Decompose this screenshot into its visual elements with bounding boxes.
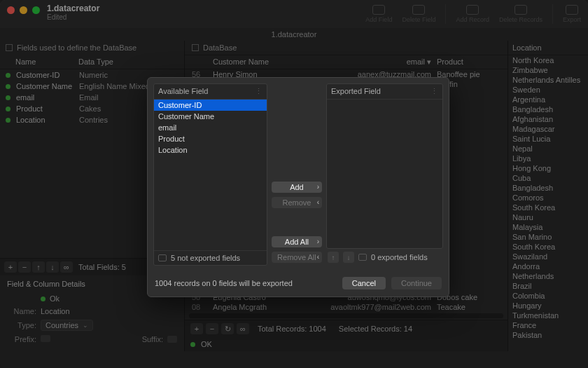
chevron-right-icon: › <box>317 183 319 191</box>
chevron-left-icon: ‹ <box>317 198 319 206</box>
available-field-item[interactable]: email <box>154 122 267 133</box>
available-heading: Available Field <box>158 87 208 96</box>
add-all-button[interactable]: Add All› <box>272 236 322 247</box>
move-up-button[interactable]: ↑ <box>328 252 339 263</box>
available-field-item[interactable]: Customer Name <box>154 111 267 122</box>
exported-heading: Exported Field <box>331 87 381 96</box>
chevron-left-icon: ‹ <box>317 253 319 261</box>
remove-button[interactable]: Remove‹ <box>272 197 322 208</box>
available-field-item[interactable]: Product <box>154 133 267 144</box>
continue-button[interactable]: Continue <box>391 277 442 289</box>
chevron-right-icon: › <box>317 238 319 245</box>
remove-all-button[interactable]: Remove All‹ <box>272 252 322 263</box>
drag-handle-icon[interactable]: ⋮ <box>255 87 262 96</box>
available-field-item[interactable]: Location <box>154 144 267 156</box>
exported-footer: 0 exported fields <box>371 253 428 261</box>
add-button[interactable]: Add› <box>272 182 322 193</box>
list-icon <box>358 254 367 261</box>
drag-handle-icon[interactable]: ⋮ <box>430 87 438 96</box>
available-field-item[interactable]: Customer-ID <box>154 100 267 111</box>
export-info: 1004 records on 0 fields will be exporte… <box>155 279 337 287</box>
available-footer: 5 not exported fields <box>171 254 240 262</box>
cancel-button[interactable]: Cancel <box>342 277 386 289</box>
export-modal: Available Field⋮ Customer-IDCustomer Nam… <box>147 77 449 297</box>
exported-fields-list: Exported Field⋮ <box>326 83 443 249</box>
list-icon <box>158 254 167 261</box>
move-down-button[interactable]: ↓ <box>343 252 354 263</box>
available-fields-list: Available Field⋮ Customer-IDCustomer Nam… <box>153 83 267 266</box>
